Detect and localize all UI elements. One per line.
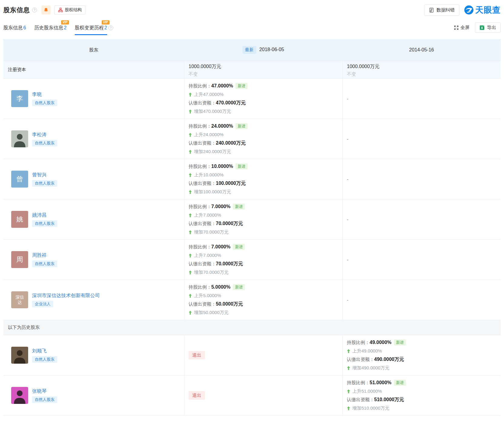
- shareholder-name-link[interactable]: 周胜祥: [32, 252, 57, 258]
- help-icon[interactable]: ?: [108, 25, 113, 30]
- tab-label: 股东信息: [3, 25, 23, 30]
- amount-label: 认缴出资额：: [189, 219, 216, 228]
- shareholder-row: 深信达 深圳市深信达技术创新有限公司 企业法人 持股比例： 5.0000% 新进…: [3, 280, 501, 320]
- exit-badge: 退出: [189, 391, 205, 400]
- page-title: 股东信息: [3, 6, 30, 14]
- ratio-label: 持股比例：: [189, 202, 211, 211]
- amount-change-text: 增加100.0000万元: [194, 188, 231, 196]
- tianyancha-logo[interactable]: 天眼查: [464, 5, 501, 15]
- amount-value: 510.0000万元: [374, 395, 404, 404]
- avatar-initial: 周: [16, 255, 23, 264]
- shareholder-name-link[interactable]: 深圳市深信达技术创新有限公司: [32, 293, 100, 298]
- shareholder-photo[interactable]: [11, 387, 28, 404]
- date-value: 2014-05-16: [409, 47, 434, 52]
- shareholder-name-link[interactable]: 曾智兴: [32, 172, 57, 178]
- no-data-dash: -: [347, 297, 348, 303]
- new-entry-badge: 新进: [394, 339, 406, 345]
- amount-value: 70.0000万元: [216, 219, 243, 228]
- holding-detail: 持股比例： 24.0000% 新进 上升24.0000% 认缴出资额： 240.…: [189, 122, 339, 156]
- increase-arrow-icon: [189, 150, 192, 154]
- history-shareholders-divider: 以下为历史股东: [3, 320, 501, 335]
- shareholder-name-link[interactable]: 李松涛: [32, 132, 57, 137]
- shareholder-photo[interactable]: [11, 130, 28, 147]
- equity-structure-label: 股权结构: [65, 7, 82, 13]
- no-data-dash: -: [347, 96, 348, 101]
- tab-label: 股权变更历程: [75, 25, 104, 30]
- new-entry-badge: 新进: [236, 123, 248, 129]
- ratio-value: 7.0000%: [211, 243, 230, 251]
- tab-shareholder-info[interactable]: 股东信息6: [3, 25, 26, 35]
- amount-value: 50.0000万元: [216, 300, 243, 308]
- ratio-value: 24.0000%: [211, 122, 233, 130]
- no-data-dash: -: [347, 217, 348, 222]
- ratio-change-text: 上升49.0000%: [352, 347, 382, 355]
- shareholder-avatar[interactable]: 周: [11, 251, 28, 268]
- column-header-old-date: 2014-05-16: [342, 47, 501, 53]
- notification-bell-button[interactable]: [41, 5, 51, 15]
- ratio-value: 10.0000%: [211, 162, 233, 171]
- column-header-shareholder: 股东: [3, 47, 184, 53]
- shareholder-row: 曾 曾智兴 自然人股东 持股比例： 10.0000% 新进 上升10.0000%…: [3, 159, 501, 199]
- shareholder-photo[interactable]: [11, 347, 28, 364]
- increase-arrow-icon: [189, 311, 192, 315]
- ratio-change-text: 上升51.0000%: [352, 387, 382, 395]
- shareholder-name-link[interactable]: 刘顺飞: [32, 348, 57, 354]
- shareholder-avatar[interactable]: 曾: [11, 171, 28, 188]
- tab-history-shareholder-info[interactable]: 历史股东信息2VIP: [34, 25, 67, 35]
- equity-change-table: 股东 最新2018-06-05 2014-05-16 注册资本 1000.000…: [3, 39, 501, 416]
- ratio-label: 持股比例：: [189, 82, 211, 90]
- shareholder-avatar[interactable]: 李: [11, 90, 28, 107]
- amount-label: 认缴出资额：: [189, 260, 216, 268]
- ratio-label: 持股比例：: [189, 122, 211, 130]
- tianyancha-logo-icon: [464, 5, 474, 15]
- equity-structure-button[interactable]: 股权结构: [54, 5, 85, 15]
- shareholder-name-link[interactable]: 张晓琴: [32, 388, 57, 394]
- tabs-bar: 股东信息6 历史股东信息2VIP 股权变更历程2VIP ? 全屏 X 导出: [0, 21, 504, 35]
- amount-value: 70.0000万元: [216, 260, 243, 268]
- ratio-value: 47.0000%: [211, 82, 233, 90]
- help-icon[interactable]: ?: [32, 8, 37, 12]
- increase-arrow-icon: [189, 173, 192, 177]
- ratio-label: 持股比例：: [189, 283, 211, 291]
- registered-capital-label: 注册资本: [3, 61, 184, 78]
- data-correction-button[interactable]: 数据纠错: [424, 5, 460, 16]
- avatar-initial: 深信达: [14, 295, 26, 305]
- shareholder-type-tag: 自然人股东: [32, 356, 57, 363]
- holding-detail: 持股比例： 47.0000% 新进 上升47.0000% 认缴出资额： 470.…: [189, 82, 339, 116]
- ratio-change-text: 上升10.0000%: [194, 171, 224, 179]
- amount-change-text: 增加70.0000万元: [194, 268, 229, 277]
- registered-capital-row: 注册资本 1000.0000万元 不变 1000.0000万元 不变: [3, 61, 501, 78]
- shareholder-name-link[interactable]: 李晓: [32, 91, 57, 97]
- no-data-dash: -: [347, 136, 348, 142]
- ratio-label: 持股比例：: [189, 162, 211, 171]
- registered-capital-cell: 1000.0000万元 不变: [184, 61, 342, 78]
- shareholder-avatar[interactable]: 姚: [11, 211, 28, 228]
- avatar-initial: 姚: [16, 215, 23, 224]
- column-header-latest-date: 最新2018-06-05: [184, 46, 342, 54]
- increase-arrow-icon: [347, 389, 350, 393]
- increase-arrow-icon: [189, 93, 192, 97]
- no-data-dash: -: [347, 257, 348, 262]
- holding-detail: 持股比例： 51.0000% 新进 上升51.0000% 认缴出资额： 510.…: [347, 378, 498, 412]
- shareholder-name-link[interactable]: 姚沛昌: [32, 212, 57, 218]
- shareholder-avatar[interactable]: 深信达: [11, 291, 28, 308]
- capital-value: 1000.0000万元: [347, 62, 501, 70]
- fullscreen-button[interactable]: 全屏: [454, 25, 469, 31]
- increase-arrow-icon: [189, 294, 192, 298]
- new-entry-badge: 新进: [233, 284, 245, 290]
- increase-arrow-icon: [347, 366, 350, 370]
- tab-equity-change-history[interactable]: 股权变更历程2VIP ?: [75, 25, 113, 35]
- ratio-change-text: 上升7.0000%: [194, 251, 221, 260]
- table-header-row: 股东 最新2018-06-05 2014-05-16: [3, 39, 501, 61]
- exit-badge: 退出: [189, 351, 205, 359]
- shareholder-row: 李 李晓 自然人股东 持股比例： 47.0000% 新进 上升47.0000% …: [3, 78, 501, 119]
- increase-arrow-icon: [189, 110, 192, 113]
- shareholder-type-tag: 自然人股东: [32, 180, 57, 187]
- shareholder-row: 刘顺飞 自然人股东 退出 持股比例： 49.0000% 新进 上升49.0000…: [3, 335, 501, 375]
- capital-change: 不变: [347, 70, 501, 78]
- shareholder-row: 李松涛 自然人股东 持股比例： 24.0000% 新进 上升24.0000% 认…: [3, 119, 501, 159]
- amount-change-text: 增加510.0000万元: [352, 404, 390, 412]
- export-button[interactable]: X 导出: [475, 22, 501, 33]
- amount-change-text: 增加490.0000万元: [352, 364, 390, 372]
- export-label: 导出: [487, 25, 496, 31]
